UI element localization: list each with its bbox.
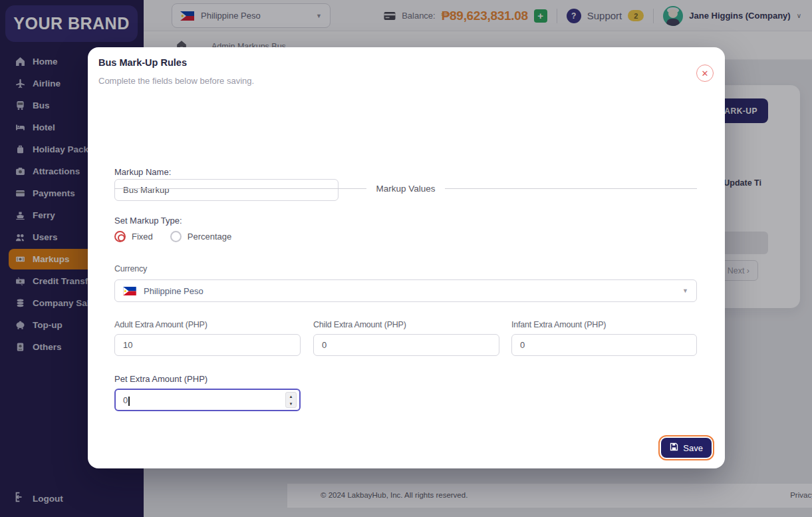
save-button-focus-ring: Save (658, 435, 714, 460)
caret-down-icon: ▼ (682, 287, 688, 294)
radio-fixed[interactable]: Fixed (114, 231, 153, 242)
currency-label: Currency (114, 264, 147, 273)
markup-values-divider: Markup Values (114, 182, 697, 194)
section-title: Markup Values (366, 184, 444, 194)
radio-unselected-icon (170, 231, 182, 242)
text-cursor (128, 397, 130, 406)
pet-extra-amount-label: Pet Extra Amount (PHP) (114, 374, 207, 384)
child-extra-amount-label: Child Extra Amount (PHP) (313, 320, 406, 329)
markup-type-label: Set Markup Type: (114, 216, 182, 226)
currency-select[interactable]: Philippine Peso ▼ (114, 279, 697, 302)
modal-subtitle: Complete the fields below before saving. (98, 76, 254, 86)
stepper-down-icon[interactable]: ▼ (286, 400, 296, 407)
markup-type-radio-group: Fixed Percentage (114, 231, 231, 242)
modal-title: Bus Mark-Up Rules (98, 57, 187, 68)
philippine-flag-icon (123, 287, 136, 295)
save-icon (670, 442, 678, 453)
close-icon[interactable]: ✕ (696, 65, 714, 82)
adult-extra-amount-input[interactable] (114, 334, 301, 356)
adult-extra-amount-label: Adult Extra Amount (PHP) (114, 320, 207, 329)
save-button[interactable]: Save (661, 438, 712, 458)
stepper-up-icon[interactable]: ▲ (286, 393, 296, 400)
child-extra-amount-input[interactable] (313, 334, 499, 356)
radio-percentage[interactable]: Percentage (170, 231, 232, 242)
pet-extra-amount-input[interactable]: 0 ▲ ▼ (114, 389, 301, 411)
infant-extra-amount-input[interactable] (511, 334, 697, 356)
markup-name-label: Markup Name: (114, 167, 171, 177)
infant-extra-amount-label: Infant Extra Amount (PHP) (511, 320, 606, 329)
number-stepper: ▲ ▼ (285, 392, 297, 408)
radio-selected-icon (114, 231, 126, 242)
bus-markup-rules-modal: Bus Mark-Up Rules Complete the fields be… (88, 47, 725, 468)
